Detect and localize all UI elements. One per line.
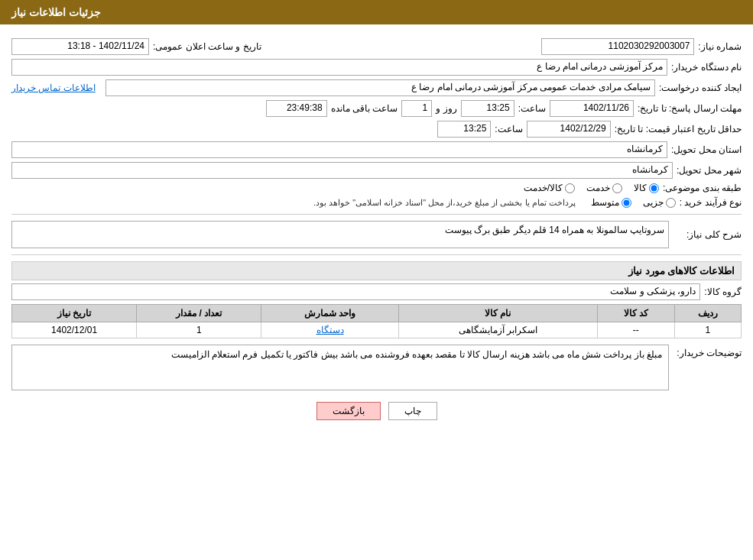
page-wrapper: جزئیات اطلاعات نیاز شماره نیاز: 11020302… xyxy=(0,0,753,560)
row-groupKala: گروه کالا: دارو، پزشکی و سلامت xyxy=(11,283,742,300)
row-shomareNiaz: شماره نیاز: 1102030292003007 تاریخ و ساع… xyxy=(11,38,742,55)
radio-kala-khedmat-text: کالا/خدمت xyxy=(524,183,563,193)
col-tarikh: تاریخ نیاز xyxy=(12,305,137,322)
radio-jozi[interactable] xyxy=(666,198,676,208)
label-noeFarayand: نوع فرآیند خرید : xyxy=(680,197,742,208)
radio-motavaset-label[interactable]: متوسط xyxy=(591,197,631,208)
link-etelaatTamas[interactable]: اطلاعات تماس خریدار xyxy=(11,83,96,93)
label-tarikh: تاریخ و ساعت اعلان عمومی: xyxy=(153,41,261,52)
value-mohlat-saat: 13:25 xyxy=(461,100,514,117)
value-toshihat xyxy=(11,345,669,390)
label-shomareNiaz: شماره نیاز: xyxy=(698,41,742,52)
value-namDastgah: مرکز آموزشی درمانی امام رضا ع xyxy=(11,59,667,76)
table-row: 1 -- اسکرابر آزمایشگاهی دستگاه 1 1402/12… xyxy=(12,322,742,338)
page-title: جزئیات اطلاعات نیاز xyxy=(11,6,101,18)
row-toshihat: توضیحات خریدار: xyxy=(11,345,742,390)
value-hadaq-saat: 13:25 xyxy=(437,121,491,138)
label-ijadKonande: ایجاد کننده درخواست: xyxy=(659,83,742,93)
cell-kod: -- xyxy=(597,322,674,338)
value-shahr: کرمانشاه xyxy=(11,162,673,179)
col-radif: ردیف xyxy=(674,305,741,322)
btn-bazgasht[interactable]: بازگشت xyxy=(316,402,381,420)
value-ijadKonande: سیامک مرادی خدمات عمومی مرکز آموزشی درما… xyxy=(105,79,655,96)
value-tarikh: 1402/11/24 - 13:18 xyxy=(11,38,149,55)
value-groupKala: دارو، پزشکی و سلامت xyxy=(11,283,700,300)
label-sharh: شرح کلی نیاز: xyxy=(673,229,742,240)
bottom-buttons: چاپ بازگشت xyxy=(11,402,742,420)
row-shahr: شهر محل تحویل: کرمانشاه xyxy=(11,162,742,179)
radio-kala[interactable] xyxy=(649,183,659,193)
note-farayand: پرداخت تمام یا بخشی از مبلغ خرید،از محل … xyxy=(313,198,576,208)
label-mohlat-mande: ساعت باقی مانده xyxy=(331,103,398,114)
divider1 xyxy=(11,214,742,215)
value-hadaq-date: 1402/12/29 xyxy=(527,121,611,138)
label-mohlat-saat: ساعت: xyxy=(518,103,546,114)
label-mohlat-roz: روز و xyxy=(436,103,456,114)
kala-table: ردیف کد کالا نام کالا واحد شمارش تعداد /… xyxy=(11,304,742,338)
divider2 xyxy=(11,254,742,255)
radio-jozi-text: جزیی xyxy=(643,197,664,208)
label-hadaq-saat: ساعت: xyxy=(495,124,522,134)
label-mohlat: مهلت ارسال پاسخ: تا تاریخ: xyxy=(638,103,742,114)
radio-motavaset-text: متوسط xyxy=(591,197,619,208)
label-shahr: شهر محل تحویل: xyxy=(677,165,742,176)
value-mohlat-roz: 1 xyxy=(401,100,432,117)
farayand-radio-group: جزیی متوسط xyxy=(591,197,676,208)
main-content: شماره نیاز: 1102030292003007 تاریخ و ساع… xyxy=(0,24,753,439)
label-ostan: استان محل تحویل: xyxy=(671,144,742,155)
col-tedad: تعداد / مقدار xyxy=(137,305,261,322)
value-mohlat-date: 1402/11/26 xyxy=(550,100,634,117)
value-shomareNiaz: 1102030292003007 xyxy=(541,38,694,55)
label-hadaq: حداقل تاریخ اعتبار قیمت: تا تاریخ: xyxy=(615,124,742,134)
label-namDastgah: نام دستگاه خریدار: xyxy=(671,62,742,73)
row-mohlat: مهلت ارسال پاسخ: تا تاریخ: 1402/11/26 سا… xyxy=(11,100,742,117)
radio-kala-khedmat[interactable] xyxy=(565,183,575,193)
radio-jozi-label[interactable]: جزیی xyxy=(643,197,676,208)
cell-vahed[interactable]: دستگاه xyxy=(261,322,398,338)
col-vahed: واحد شمارش xyxy=(261,305,398,322)
cell-radif: 1 xyxy=(674,322,741,338)
label-toshihat: توضیحات خریدار: xyxy=(673,348,742,358)
row-namDastgah: نام دستگاه خریدار: مرکز آموزشی درمانی ام… xyxy=(11,59,742,76)
row-ijadKonande: ایجاد کننده درخواست: سیامک مرادی خدمات ع… xyxy=(11,79,742,96)
radio-khedmat-label[interactable]: خدمت xyxy=(586,183,622,193)
col-kod: کد کالا xyxy=(597,305,674,322)
btn-chap[interactable]: چاپ xyxy=(388,402,437,420)
value-ostan: کرمانشاه xyxy=(11,141,667,158)
col-name: نام کالا xyxy=(398,305,597,322)
cell-name: اسکرابر آزمایشگاهی xyxy=(398,322,597,338)
radio-khedmat[interactable] xyxy=(612,183,622,193)
tabaghe-radio-group: کالا خدمت کالا/خدمت xyxy=(524,183,659,193)
row-sharh: شرح کلی نیاز: سروتایپ سالمونلا به همراه … xyxy=(11,221,742,248)
radio-kala-text: کالا xyxy=(634,183,647,193)
cell-tarikh: 1402/12/01 xyxy=(12,322,137,338)
kalaInfo-title: اطلاعات کالاهای مورد نیاز xyxy=(11,261,742,280)
radio-khedmat-text: خدمت xyxy=(586,183,610,193)
radio-kala-label[interactable]: کالا xyxy=(634,183,659,193)
radio-motavaset[interactable] xyxy=(622,198,631,208)
label-tabaghe: طبقه بندی موضوعی: xyxy=(663,183,742,193)
radio-kala-khedmat-label[interactable]: کالا/خدمت xyxy=(524,183,575,193)
label-groupKala: گروه کالا: xyxy=(704,286,742,297)
row-ostan: استان محل تحویل: کرمانشاه xyxy=(11,141,742,158)
row-hadaq: حداقل تاریخ اعتبار قیمت: تا تاریخ: 1402/… xyxy=(11,121,742,138)
page-header: جزئیات اطلاعات نیاز xyxy=(0,0,753,24)
row-noeFarayand: نوع فرآیند خرید : جزیی متوسط پرداخت تمام… xyxy=(11,197,742,208)
value-sharh: سروتایپ سالمونلا به همراه 14 قلم دیگر طب… xyxy=(11,221,669,248)
cell-tedad: 1 xyxy=(137,322,261,338)
row-tabaghe: طبقه بندی موضوعی: کالا خدمت کالا/خدمت xyxy=(11,183,742,193)
value-mohlat-mande: 23:49:38 xyxy=(266,100,327,117)
